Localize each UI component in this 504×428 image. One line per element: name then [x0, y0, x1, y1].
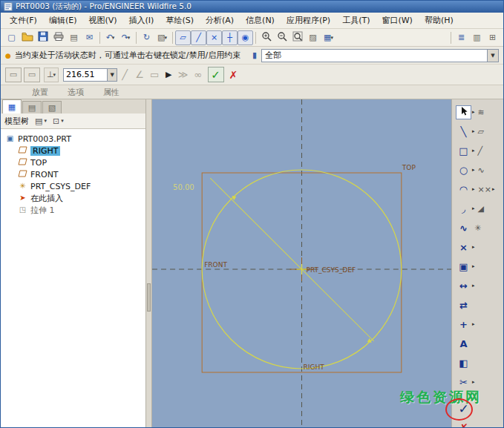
flyout-arrow-icon[interactable]: ▸	[472, 244, 475, 250]
ellipse-icon[interactable]: ∿	[478, 166, 485, 174]
use-edge-tool-button[interactable]: ▣	[456, 260, 471, 274]
menu-tools[interactable]: 工具(T)	[336, 13, 376, 28]
favorites-tab[interactable]: ▧	[42, 101, 62, 113]
print-preview-button[interactable]: ▤	[66, 30, 82, 45]
fillet-tool-button[interactable]: ◞	[456, 202, 471, 216]
datum-plane-toggle[interactable]: ▱	[175, 30, 191, 45]
flyout-arrow-icon[interactable]: ▸	[472, 321, 475, 327]
regenerate-button[interactable]: ↻	[139, 30, 154, 45]
text-tool-button[interactable]: A	[456, 337, 471, 351]
email-button[interactable]: ✉	[82, 30, 97, 45]
spin-center-toggle[interactable]: ◉	[238, 30, 253, 45]
panel-sash[interactable]	[146, 99, 152, 427]
settings-button[interactable]: ⊞	[485, 30, 500, 45]
preview-button[interactable]: ≫	[176, 69, 191, 80]
model-tree-toggle-button[interactable]: ▥	[469, 30, 485, 45]
verify-button[interactable]: ∞	[191, 69, 206, 80]
constraint-filter-select[interactable]: 全部 ▼	[261, 49, 499, 62]
rectangle-tool-button[interactable]: □	[456, 144, 471, 158]
saved-views-button[interactable]: ▦▾	[321, 30, 336, 45]
tab-placement[interactable]: 放置	[32, 87, 48, 98]
sketch-done-button[interactable]: ✓	[456, 402, 471, 416]
diagnostics-icon[interactable]: ≋	[478, 108, 485, 116]
dimension-leader[interactable]	[210, 178, 374, 341]
sash-handle[interactable]	[147, 283, 151, 312]
thicken-sketch-button[interactable]: ▭	[147, 69, 162, 80]
menu-help[interactable]: 帮助(H)	[419, 13, 459, 28]
menu-sketch[interactable]: 草绘(S)	[160, 13, 200, 28]
modify-tool-button[interactable]: ⇄	[456, 298, 471, 312]
dimension-tool-button[interactable]: ↔	[456, 279, 471, 293]
solid-toggle[interactable]: ▭	[5, 68, 22, 82]
combo-arrow-icon[interactable]: ▼	[487, 50, 498, 62]
tree-row-top[interactable]: TOP	[1, 157, 145, 168]
dimension-value[interactable]: 50.00	[173, 183, 194, 191]
resume-button[interactable]: ▶	[166, 70, 171, 79]
trim-tool-button[interactable]: ✂	[456, 375, 471, 389]
undo-button[interactable]: ↶▾	[102, 30, 118, 45]
menu-insert[interactable]: 插入(I)	[123, 13, 160, 28]
flyout-arrow-icon[interactable]: ▸	[472, 186, 475, 192]
menu-info[interactable]: 信息(N)	[240, 13, 281, 28]
tab-properties[interactable]: 属性	[103, 87, 120, 98]
datum-point-toggle[interactable]: ×	[206, 30, 222, 45]
sketch-canvas[interactable]: 50.00 TOP FRONT RIGHT PRT_CSYS_DEF	[152, 99, 451, 427]
menu-applications[interactable]: 应用程序(P)	[281, 13, 336, 28]
centerline-icon[interactable]: ╱	[478, 147, 483, 155]
open-file-button[interactable]	[19, 30, 35, 45]
tab-options[interactable]: 选项	[68, 87, 84, 98]
feature-cancel-button[interactable]: ✗	[226, 69, 241, 81]
flyout-arrow-icon[interactable]: ▸	[472, 379, 475, 385]
menu-window[interactable]: 窗口(W)	[376, 13, 418, 28]
tree-row-extrude[interactable]: ◳ 拉伸 1	[1, 204, 145, 216]
constrain-tool-button[interactable]: +	[456, 317, 471, 332]
depth-spinner[interactable]: ▼	[108, 68, 117, 82]
tree-row-csys[interactable]: ✳ PRT_CSYS_DEF	[1, 180, 145, 192]
tree-settings-button[interactable]: ⊡▾	[53, 116, 64, 126]
layers-button[interactable]: ≣	[454, 30, 469, 45]
tree-row-right[interactable]: RIGHT	[1, 145, 145, 157]
depth-option-button[interactable]: ⊥▾	[44, 68, 59, 82]
tree-row-insert-here[interactable]: ➤ 在此插入	[1, 192, 145, 204]
select-tool-button[interactable]	[456, 105, 471, 119]
new-file-button[interactable]: ▢	[4, 30, 19, 45]
display-style-button[interactable]: ▧▾	[154, 30, 170, 45]
flyout-arrow-icon[interactable]: ▸	[472, 283, 475, 289]
menu-view[interactable]: 视图(V)	[82, 13, 122, 28]
menu-file[interactable]: 文件(F)	[4, 13, 43, 28]
circle-tool-button[interactable]: ○	[456, 163, 471, 177]
flyout-arrow-icon[interactable]: ▸	[472, 128, 475, 134]
tree-row-front[interactable]: FRONT	[1, 168, 145, 180]
flyout-arrow-icon[interactable]: ▸	[472, 167, 475, 173]
spline-tool-button[interactable]: ∿	[456, 221, 471, 235]
datum-csys-toggle[interactable]: ┼	[222, 30, 238, 45]
flyout-arrow-icon[interactable]: ▸	[492, 186, 495, 192]
model-tree-tab[interactable]: ▦	[2, 99, 22, 113]
print-button[interactable]	[50, 30, 66, 45]
palette-tool-button[interactable]: ◧	[456, 356, 471, 370]
flyout-arrow-icon[interactable]: ▸	[472, 263, 475, 269]
depth-value-input[interactable]	[63, 68, 108, 82]
feature-accept-button[interactable]: ✓	[208, 67, 224, 82]
tree-show-button[interactable]: ▤▾	[35, 116, 47, 126]
save-button[interactable]	[35, 30, 50, 45]
zoom-in-button[interactable]	[258, 30, 274, 45]
zoom-out-button[interactable]	[274, 30, 289, 45]
sketch-cancel-button[interactable]: ✗	[456, 421, 471, 428]
refit-button[interactable]	[289, 30, 305, 45]
titlebar[interactable]: PRT0003 (活动的) - Pro/ENGINEER Wildfire 5.…	[1, 1, 503, 13]
datum-axis-toggle[interactable]: ╱	[191, 30, 206, 45]
flyout-arrow-icon[interactable]: ▸	[472, 109, 475, 115]
folder-browser-tab[interactable]: ▤	[22, 101, 42, 113]
flip-direction-button[interactable]: ╱	[117, 69, 132, 80]
remove-material-button[interactable]: ∠	[132, 69, 147, 80]
surface-toggle[interactable]: ▭	[24, 68, 40, 82]
oblique-rectangle-icon[interactable]: ▱	[478, 128, 484, 136]
point-tool-button[interactable]: ×	[456, 240, 471, 254]
chamfer-icon[interactable]: ◢	[478, 205, 484, 213]
repaint-button[interactable]: ▨	[305, 30, 321, 45]
sketch-csys-icon[interactable]: ✳	[474, 224, 481, 232]
flyout-arrow-icon[interactable]: ▸	[472, 205, 475, 211]
menu-analysis[interactable]: 分析(A)	[200, 13, 240, 28]
tree-row-root[interactable]: ▣ PRT0003.PRT	[1, 133, 145, 145]
